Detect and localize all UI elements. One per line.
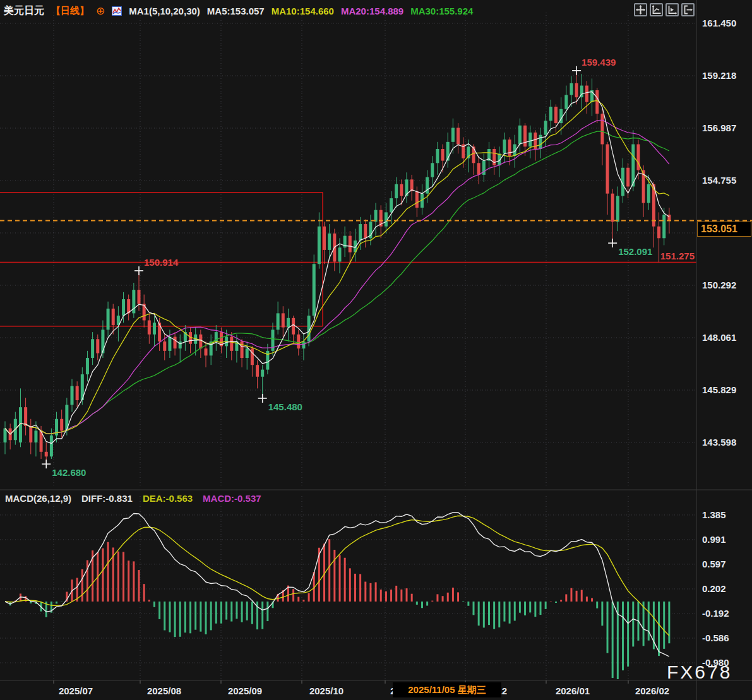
candle-body	[647, 184, 650, 203]
x-axis-label: 2025/08	[147, 685, 181, 696]
y-axis-label: 154.755	[702, 175, 736, 186]
candle-body	[544, 121, 547, 134]
ma10-value: MA10:154.660	[272, 6, 334, 16]
macd-value: MACD:-0.537	[203, 493, 261, 504]
candle-body	[518, 126, 522, 145]
candle-body	[431, 163, 434, 177]
candle-body	[112, 309, 115, 325]
candle-body	[168, 337, 171, 351]
candle-body	[287, 318, 290, 328]
candle-body	[45, 452, 48, 456]
candle-body	[50, 436, 53, 456]
macd-axis-label: -0.586	[702, 632, 729, 643]
candle-body	[153, 323, 156, 335]
ma30-line	[5, 131, 669, 434]
candle-body	[657, 227, 660, 239]
y-axis-label: 156.987	[702, 122, 736, 133]
candle-body	[230, 337, 233, 351]
symbol-title: 美元日元	[4, 4, 44, 18]
candle-body	[282, 313, 285, 327]
scale-axis-left-button[interactable]	[650, 3, 663, 16]
dea-line	[5, 516, 669, 636]
pan-tool-button[interactable]	[634, 3, 647, 16]
candle-body	[400, 184, 403, 196]
candle-body	[323, 227, 326, 250]
candle-body	[539, 135, 542, 149]
candle-body	[174, 337, 177, 349]
candle-body	[24, 407, 27, 426]
expand-icon[interactable]: ⊕	[96, 4, 105, 18]
candle-body	[34, 430, 37, 442]
y-axis-label: 145.829	[702, 384, 736, 395]
swing-label: 142.680	[52, 467, 86, 478]
candle-body	[595, 90, 599, 114]
candle-body	[508, 139, 511, 156]
candle-body	[163, 341, 166, 351]
candle-body	[477, 163, 480, 175]
candle-body	[390, 198, 393, 212]
chart-style-icon[interactable]	[112, 6, 122, 16]
candle-body	[158, 323, 161, 341]
candle-body	[313, 264, 316, 316]
candle-body	[122, 299, 125, 316]
ma5-value: MA5:153.057	[207, 6, 265, 16]
swing-label: 152.091	[618, 246, 652, 257]
candle-body	[199, 335, 202, 348]
support-line-label: 151.275	[660, 251, 695, 261]
candle-body	[554, 107, 558, 123]
scale-axis-right-button[interactable]	[665, 3, 679, 16]
candle-body	[472, 146, 475, 163]
x-axis-label: 2026/02	[635, 685, 669, 696]
period-selector[interactable]: 【日线】	[51, 5, 89, 17]
candle-body	[292, 318, 295, 335]
y-axis-label: 159.218	[702, 70, 736, 81]
candle-body	[60, 419, 63, 431]
chart-canvas[interactable]: 142.680150.914145.480159.439152.091151.2…	[0, 0, 752, 700]
y-axis-label: 161.450	[702, 18, 736, 28]
candle-body	[395, 184, 398, 198]
candle-body	[564, 95, 568, 109]
candle-body	[570, 83, 573, 95]
y-axis-label: 150.292	[702, 280, 736, 290]
candle-body	[318, 227, 321, 264]
candle-body	[297, 335, 300, 348]
candle-body	[415, 191, 419, 208]
candle-body	[364, 224, 367, 238]
exit-chart-button[interactable]	[681, 3, 695, 16]
candle-body	[86, 358, 89, 374]
candle-body	[441, 149, 445, 161]
candle-body	[523, 126, 527, 146]
x-axis-label: 2026/01	[556, 685, 590, 696]
swing-label: 145.480	[268, 401, 302, 412]
candle-body	[349, 236, 352, 252]
candle-body	[611, 194, 614, 222]
candle-body	[616, 196, 619, 222]
candle-body	[328, 234, 331, 250]
chart-toolbar	[634, 3, 695, 16]
macd-axis-label: 0.597	[702, 559, 726, 569]
ma30-value: MA30:155.924	[410, 6, 473, 16]
candle-body	[205, 348, 208, 355]
dea-value: DEA:-0.563	[143, 493, 193, 504]
candle-body	[71, 386, 74, 405]
current-price-box: 153.051	[697, 222, 751, 237]
candle-body	[451, 128, 455, 142]
diff-value: DIFF:-0.831	[81, 493, 133, 504]
y-axis-label: 148.061	[702, 332, 736, 343]
candle-body	[600, 114, 604, 144]
watermark: FX678	[667, 661, 732, 683]
candle-body	[107, 309, 110, 329]
candle-body	[96, 339, 99, 353]
chart-header: 美元日元 【日线】 ⊕ MA1(5,10,20,30) MA5:153.057 …	[4, 3, 473, 19]
candle-body	[662, 215, 665, 238]
ma20-value: MA20:154.889	[341, 6, 403, 16]
ma10-line	[5, 100, 669, 434]
candle-body	[76, 386, 79, 400]
candle-body	[575, 83, 578, 97]
candle-body	[148, 321, 151, 335]
y-axis-label: 143.598	[702, 437, 736, 448]
macd-axis-label: 1.385	[702, 509, 726, 520]
candle-body	[256, 365, 259, 377]
candle-body	[626, 168, 630, 187]
candle-body	[503, 139, 506, 153]
